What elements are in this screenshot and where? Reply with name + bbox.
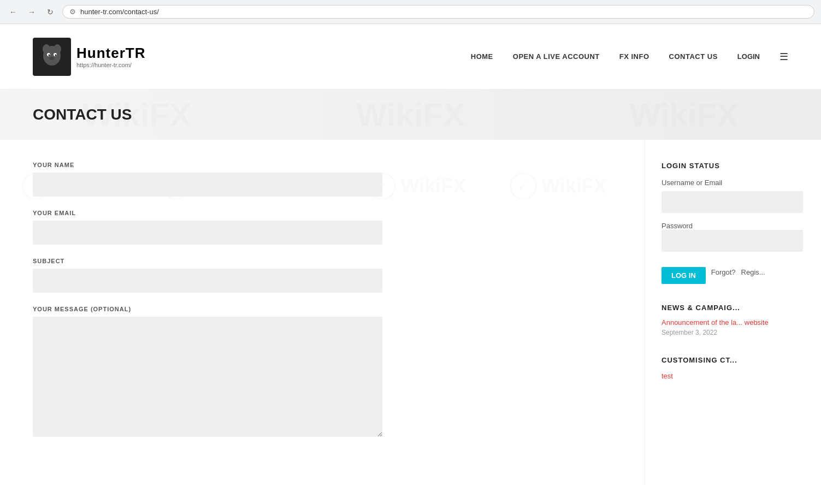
main-content: ✓ WikiFX ✓ WikiFX ✓ WikiFX ✓ Wik	[0, 140, 821, 485]
login-button[interactable]: LOG IN	[661, 267, 706, 284]
logo-icon	[33, 38, 71, 76]
svg-point-6	[49, 54, 50, 56]
contact-form-area: YOUR NAME YOUR EMAIL SUBJECT YOUR MESSAG…	[0, 140, 645, 485]
nav-home[interactable]: HOME	[471, 52, 493, 61]
register-link[interactable]: Regis...	[741, 268, 765, 276]
news-item-link[interactable]: Announcement of the la... website	[661, 318, 803, 327]
subject-field: SUBJECT	[33, 258, 612, 293]
username-input[interactable]	[661, 191, 803, 213]
site-wrapper: HunterTR https://hunter-tr.com/ HOME OPE…	[0, 24, 821, 485]
news-section: NEWS & CAMPAIG... Announcement of the la…	[661, 304, 803, 336]
address-bar[interactable]: ⚙ hunter-tr.com/contact-us/	[62, 5, 814, 19]
login-status-title: LOGIN STATUS	[661, 162, 803, 170]
name-label: YOUR NAME	[33, 162, 612, 168]
password-input[interactable]	[661, 230, 803, 252]
logo-url: https://hunter-tr.com/	[76, 62, 145, 68]
message-textarea[interactable]	[33, 317, 382, 437]
news-item-date: September 3, 2022	[661, 329, 803, 336]
forgot-link[interactable]: Forgot?	[711, 268, 736, 276]
email-input[interactable]	[33, 221, 382, 245]
logo-brand: HunterTR	[76, 45, 145, 62]
site-nav: HOME OPEN A LIVE ACCOUNT FX INFO CONTACT…	[471, 51, 788, 63]
name-field: YOUR NAME	[33, 162, 612, 197]
nav-login[interactable]: LOGIN	[737, 52, 760, 61]
nav-fx-info[interactable]: FX INFO	[619, 52, 649, 61]
logo-text-area: HunterTR https://hunter-tr.com/	[76, 45, 145, 68]
nav-contact-us[interactable]: CONTACT US	[669, 52, 718, 61]
email-label: YOUR EMAIL	[33, 210, 612, 216]
url-display: hunter-tr.com/contact-us/	[80, 8, 159, 16]
login-status-section: LOGIN STATUS Username or Email Password …	[661, 162, 803, 284]
password-label: Password	[661, 222, 803, 230]
svg-point-3	[54, 44, 61, 54]
back-button[interactable]: ←	[7, 5, 20, 19]
message-label: YOUR MESSAGE (OPTIONAL)	[33, 306, 612, 312]
nav-more-icon[interactable]: ☰	[779, 51, 788, 63]
email-field: YOUR EMAIL	[33, 210, 612, 245]
page-title: CONTACT US	[33, 106, 788, 123]
svg-point-8	[49, 57, 55, 60]
svg-point-2	[43, 44, 50, 54]
username-label: Username or Email	[661, 179, 803, 187]
page-title-banner: WikiFX WikiFX WikiFX CONTACT US	[0, 90, 821, 140]
news-title: NEWS & CAMPAIG...	[661, 304, 803, 312]
forward-button[interactable]: →	[25, 5, 38, 19]
reload-button[interactable]: ↻	[44, 5, 57, 19]
browser-chrome: ← → ↻ ⚙ hunter-tr.com/contact-us/	[0, 0, 821, 24]
sidebar: LOGIN STATUS Username or Email Password …	[645, 140, 819, 485]
site-header: HunterTR https://hunter-tr.com/ HOME OPE…	[0, 24, 821, 90]
subject-label: SUBJECT	[33, 258, 612, 264]
svg-point-7	[55, 54, 57, 56]
subject-input[interactable]	[33, 269, 382, 293]
customising-section: CUSTOMISING CT... test	[661, 356, 803, 381]
customising-link[interactable]: test	[661, 372, 673, 380]
name-input[interactable]	[33, 173, 382, 197]
nav-open-live[interactable]: OPEN A LIVE ACCOUNT	[513, 52, 600, 61]
tune-icon: ⚙	[69, 8, 76, 16]
message-field: YOUR MESSAGE (OPTIONAL)	[33, 306, 612, 439]
logo-area[interactable]: HunterTR https://hunter-tr.com/	[33, 38, 145, 76]
customising-title: CUSTOMISING CT...	[661, 356, 803, 364]
